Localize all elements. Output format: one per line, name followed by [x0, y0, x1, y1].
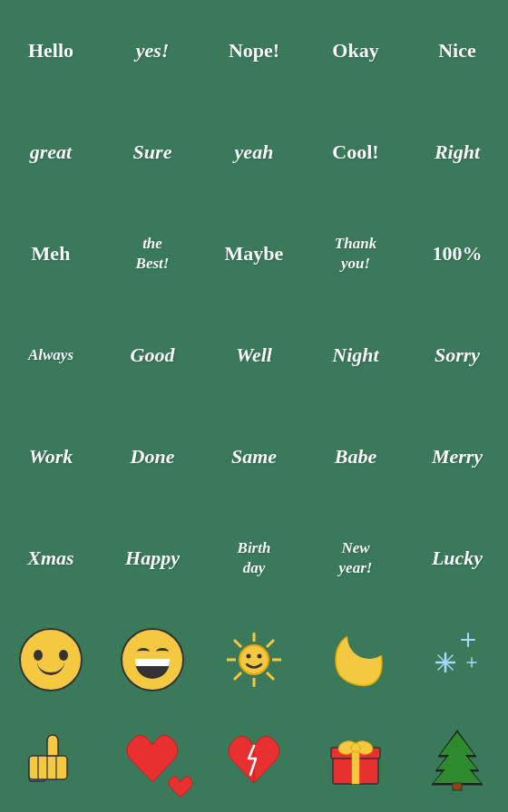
cell-well[interactable]: Well [203, 304, 305, 406]
svg-line-7 [234, 672, 241, 680]
cell-cool[interactable]: Cool! [305, 102, 406, 203]
moon-emoji [327, 626, 386, 693]
sun-svg [222, 628, 286, 691]
word-good: Good [131, 343, 175, 367]
cell-gift[interactable] [305, 710, 406, 812]
word-done: Done [131, 445, 175, 469]
cell-babe[interactable]: Babe [305, 406, 406, 508]
word-well: Well [236, 343, 272, 367]
svg-point-10 [258, 654, 262, 659]
cell-maybe[interactable]: Maybe [203, 203, 305, 304]
cell-yeah[interactable]: yeah [203, 102, 305, 203]
cell-okay[interactable]: Okay [305, 0, 406, 102]
cell-nice[interactable]: Nice [406, 0, 508, 102]
cell-yes[interactable]: yes! [102, 0, 203, 102]
broken-heart-emoji [225, 731, 284, 791]
word-same: Same [231, 445, 277, 469]
smile-mouth [37, 662, 64, 675]
cell-xmas[interactable]: Xmas [0, 508, 102, 609]
heart-emoji [123, 732, 182, 790]
laugh-eye-right [156, 648, 169, 655]
svg-line-6 [267, 640, 274, 647]
cell-thankyou[interactable]: Thankyou! [305, 203, 406, 304]
word-sorry: Sorry [435, 343, 480, 367]
cell-done[interactable]: Done [102, 406, 203, 508]
word-thankyou: Thankyou! [335, 234, 376, 274]
laugh-teeth [135, 659, 170, 666]
word-maybe: Maybe [225, 242, 284, 266]
stars-svg [425, 626, 489, 690]
cell-newyear[interactable]: Newyear! [305, 508, 406, 609]
cell-sorry[interactable]: Sorry [406, 304, 508, 406]
laugh-mouth [135, 659, 170, 679]
word-hello: Hello [28, 39, 73, 63]
word-right: Right [435, 140, 480, 164]
cell-hello[interactable]: Hello [0, 0, 102, 102]
word-night: Night [332, 343, 378, 367]
svg-point-9 [247, 654, 251, 659]
word-newyear: Newyear! [339, 538, 373, 578]
cell-sure[interactable]: Sure [102, 102, 203, 203]
word-birthday: Birthday [238, 538, 271, 578]
word-nope: Nope! [229, 39, 279, 63]
cell-merry[interactable]: Merry [406, 406, 508, 508]
cell-laugh[interactable] [102, 609, 203, 710]
cell-birthday[interactable]: Birthday [203, 508, 305, 609]
cell-work[interactable]: Work [0, 406, 102, 508]
word-meh: Meh [32, 242, 71, 266]
word-cool: Cool! [332, 140, 378, 164]
thumbsup-svg [22, 730, 81, 789]
laugh-emoji [121, 628, 184, 691]
word-nice: Nice [438, 39, 476, 63]
cell-tree[interactable] [406, 710, 508, 812]
svg-point-32 [351, 743, 360, 752]
word-always: Always [28, 346, 73, 364]
word-yeah: yeah [235, 140, 274, 164]
cell-thebest[interactable]: theBest! [102, 203, 203, 304]
word-yes: yes! [136, 39, 170, 63]
word-work: Work [29, 445, 73, 469]
cell-night[interactable]: Night [305, 304, 406, 406]
word-lucky: Lucky [432, 546, 483, 570]
cell-nope[interactable]: Nope! [203, 0, 305, 102]
smiley-emoji [19, 628, 83, 691]
cell-always[interactable]: Always [0, 304, 102, 406]
small-heart-svg [168, 776, 193, 799]
cell-right[interactable]: Right [406, 102, 508, 203]
svg-point-8 [239, 645, 269, 674]
gift-emoji [327, 731, 384, 791]
cell-smiley[interactable] [0, 609, 102, 710]
cell-meh[interactable]: Meh [0, 203, 102, 304]
tree-svg [429, 728, 485, 791]
cell-moon[interactable] [305, 609, 406, 710]
gift-svg [327, 731, 384, 788]
word-xmas: Xmas [27, 546, 73, 570]
cell-sun[interactable] [203, 609, 305, 710]
thumbsup-emoji [22, 730, 81, 793]
cell-broken-heart[interactable] [203, 710, 305, 812]
word-happy: Happy [125, 546, 180, 570]
cell-happy[interactable]: Happy [102, 508, 203, 609]
svg-line-5 [267, 672, 274, 680]
word-thebest: theBest! [136, 234, 170, 274]
svg-rect-21 [29, 756, 67, 779]
cell-heart[interactable] [102, 710, 203, 812]
cell-stars[interactable] [406, 609, 508, 710]
word-okay: Okay [332, 39, 378, 63]
cell-lucky[interactable]: Lucky [406, 508, 508, 609]
svg-line-4 [234, 640, 241, 647]
cell-good[interactable]: Good [102, 304, 203, 406]
cell-great[interactable]: great [0, 102, 102, 203]
broken-heart-svg [225, 731, 284, 788]
cell-thumbsup[interactable] [0, 710, 102, 812]
emoji-grid: Hello yes! Nope! Okay Nice great Sure ye… [0, 0, 508, 812]
tree-emoji [429, 728, 485, 795]
word-100: 100% [433, 242, 483, 266]
cell-100[interactable]: 100% [406, 203, 508, 304]
word-merry: Merry [432, 445, 483, 469]
svg-rect-27 [352, 755, 359, 784]
laugh-eye-left [137, 648, 150, 655]
cell-same[interactable]: Same [203, 406, 305, 508]
stars-emoji [425, 626, 489, 693]
sun-emoji [222, 628, 286, 691]
